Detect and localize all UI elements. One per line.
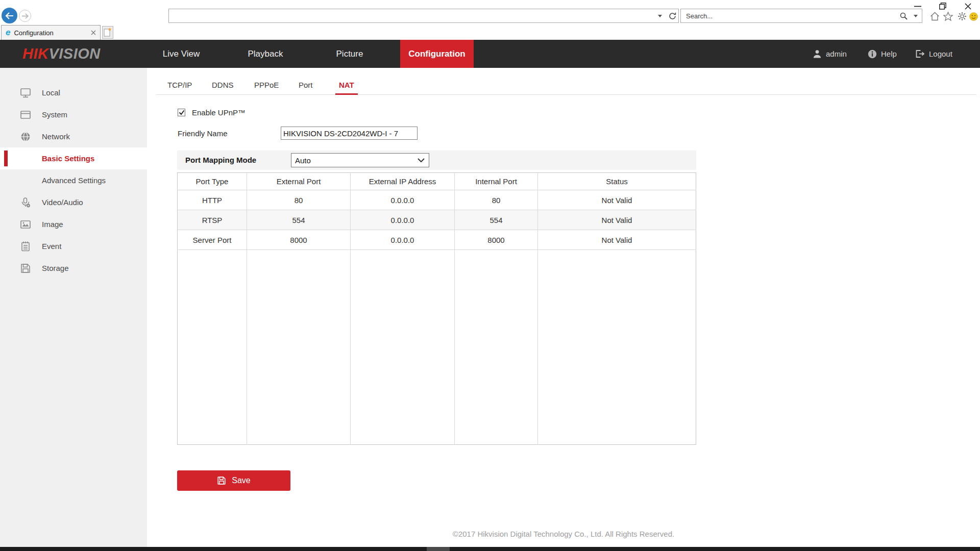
tab-close-icon[interactable] (91, 30, 96, 35)
cell-external-ip: 0.0.0.0 (351, 230, 455, 250)
user-icon (813, 49, 822, 58)
gear-icon (958, 12, 967, 21)
sidebar-item-system[interactable]: System (0, 104, 147, 126)
cell-status: Not Valid (538, 190, 696, 210)
sidebar-item-network[interactable]: Network (0, 126, 147, 147)
address-dropdown-button[interactable] (654, 9, 666, 22)
sidebar-item-local[interactable]: Local (0, 82, 147, 104)
sidebar-item-storage[interactable]: Storage (0, 257, 147, 279)
minimize-button[interactable] (911, 2, 925, 11)
sidebar: Local System Network Basic Settings Adva… (0, 68, 147, 547)
settings-button[interactable] (957, 11, 968, 21)
friendly-name-label: Friendly Name (178, 129, 228, 138)
smiley-icon (969, 12, 978, 21)
user-badge: admin (813, 40, 847, 68)
nav-picture[interactable]: Picture (324, 40, 375, 68)
chevron-down-icon (658, 15, 662, 17)
refresh-button[interactable] (666, 9, 678, 22)
cell-external-port: 8000 (247, 230, 351, 250)
tab-nat[interactable]: NAT (335, 78, 358, 95)
new-tab-button[interactable] (102, 26, 113, 39)
address-input[interactable] (169, 12, 654, 20)
tab-bar: e Configuration (0, 23, 980, 40)
logout-button[interactable]: Logout (915, 40, 952, 68)
cell-port-type: Server Port (178, 230, 247, 250)
port-mapping-row: Port Mapping Mode Auto (177, 151, 696, 170)
forward-arrow-icon (21, 13, 29, 19)
friendly-name-input[interactable] (281, 127, 418, 140)
main-content: TCP/IP DDNS PPPoE Port NAT Enable UPnP™ … (147, 68, 980, 547)
logo-text-red: HIK (22, 45, 48, 62)
cell-port-type: HTTP (178, 190, 247, 210)
table-row: RTSP 554 0.0.0.0 554 Not Valid (178, 210, 696, 230)
home-button[interactable] (929, 11, 940, 21)
tab-port[interactable]: Port (299, 78, 313, 95)
help-label: Help (881, 49, 897, 58)
logout-icon (915, 49, 925, 58)
cell-external-port: 80 (247, 190, 351, 210)
search-box[interactable] (680, 9, 922, 23)
app-header: HIKVISION Live View Playback Picture Con… (0, 40, 980, 68)
network-subtabs: TCP/IP DDNS PPPoE Port NAT (156, 77, 976, 95)
copyright-footer: ©2017 Hikvision Digital Technology Co., … (147, 530, 980, 538)
sidebar-item-label: Basic Settings (42, 154, 94, 163)
table-row: Server Port 8000 0.0.0.0 8000 Not Valid (178, 230, 696, 250)
col-external-ip: External IP Address (351, 173, 455, 190)
address-bar[interactable] (168, 9, 679, 23)
cell-status: Not Valid (538, 230, 696, 250)
globe-icon (19, 131, 32, 142)
user-name: admin (826, 49, 847, 58)
port-mapping-select[interactable]: Auto (291, 153, 429, 167)
nav-live-view[interactable]: Live View (153, 40, 209, 68)
close-button[interactable] (961, 2, 975, 11)
logout-label: Logout (929, 49, 952, 58)
restore-icon (939, 3, 946, 10)
bottom-bar (0, 547, 980, 551)
cell-internal-port: 554 (455, 210, 538, 230)
restore-button[interactable] (936, 2, 950, 11)
table-row: HTTP 80 0.0.0.0 80 Not Valid (178, 190, 696, 210)
sidebar-item-label: Storage (42, 264, 69, 272)
tab-tcpip[interactable]: TCP/IP (167, 78, 192, 95)
port-mapping-value: Auto (291, 156, 418, 165)
tab-ddns[interactable]: DDNS (212, 78, 234, 95)
feedback-button[interactable] (968, 11, 979, 21)
save-icon (217, 476, 226, 485)
enable-upnp-label: Enable UPnP™ (192, 108, 246, 117)
scrollbar-thumb[interactable] (427, 547, 450, 551)
refresh-icon (669, 12, 676, 20)
search-button[interactable] (897, 9, 910, 22)
forward-button[interactable] (19, 10, 31, 22)
save-button[interactable]: Save (177, 470, 290, 491)
sidebar-item-image[interactable]: Image (0, 213, 147, 235)
info-icon (868, 49, 877, 59)
selected-indicator (4, 151, 8, 166)
sidebar-item-event[interactable]: Event (0, 235, 147, 257)
search-input[interactable] (681, 12, 897, 20)
nav-playback[interactable]: Playback (237, 40, 293, 68)
sidebar-item-advanced-settings[interactable]: Advanced Settings (0, 169, 147, 191)
help-button[interactable]: Help (868, 40, 897, 68)
port-mapping-table: Port Type External Port External IP Addr… (177, 172, 696, 445)
nav-configuration[interactable]: Configuration (400, 40, 474, 68)
browser-chrome: e Configuration (0, 0, 980, 40)
minimize-icon (914, 6, 921, 7)
sidebar-item-label: System (42, 110, 67, 119)
storage-icon (19, 263, 32, 274)
back-button[interactable] (2, 8, 17, 23)
favorites-button[interactable] (942, 11, 953, 21)
sidebar-item-basic-settings[interactable]: Basic Settings (0, 147, 147, 169)
col-port-type: Port Type (178, 173, 247, 190)
search-dropdown-button[interactable] (910, 9, 922, 22)
sidebar-item-label: Network (42, 132, 70, 141)
cell-port-type: RTSP (178, 210, 247, 230)
tab-pppoe[interactable]: PPPoE (254, 78, 279, 95)
col-internal-port: Internal Port (455, 173, 538, 190)
enable-upnp-checkbox[interactable] (178, 109, 185, 116)
port-mapping-label: Port Mapping Mode (185, 151, 256, 170)
sidebar-item-video-audio[interactable]: Video/Audio (0, 191, 147, 213)
browser-tab-configuration[interactable]: e Configuration (1, 25, 101, 40)
close-icon (965, 3, 971, 10)
sidebar-item-label: Local (42, 88, 60, 97)
tab-title: Configuration (14, 29, 91, 37)
